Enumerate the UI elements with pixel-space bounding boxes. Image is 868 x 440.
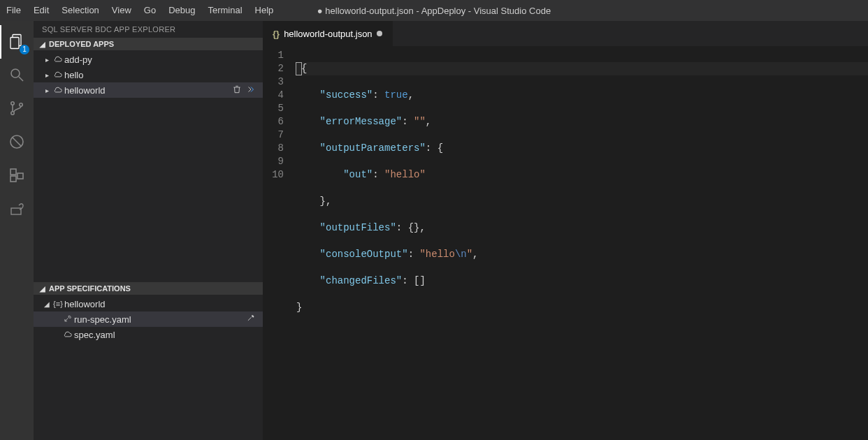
- cloud-icon: [52, 70, 64, 80]
- cloud-icon: [62, 330, 74, 339]
- svg-line-8: [13, 138, 21, 146]
- deployed-app-label: hello: [64, 70, 83, 80]
- activity-extensions[interactable]: [0, 159, 34, 193]
- deployed-app-row[interactable]: ▸ hello: [34, 67, 263, 82]
- chevron-down-icon: ◢: [42, 300, 52, 308]
- activity-scm[interactable]: [0, 92, 34, 126]
- spec-file-label: spec.yaml: [74, 330, 115, 340]
- svg-point-6: [20, 103, 22, 105]
- sidebar-title: SQL SERVER BDC APP EXPLORER: [34, 21, 263, 38]
- svg-rect-9: [10, 169, 16, 175]
- menubar: File Edit Selection View Go Debug Termin…: [0, 0, 868, 21]
- spec-root-row[interactable]: ◢ {≡} helloworld: [34, 296, 263, 311]
- deployed-app-label: add-py: [64, 54, 92, 65]
- section-app-specs[interactable]: ◢ APP SPECIFICATIONS: [34, 282, 263, 295]
- section-deployed-apps[interactable]: ◢ DEPLOYED APPS: [34, 38, 263, 50]
- svg-point-2: [11, 69, 20, 78]
- activity-appdeploy[interactable]: [0, 193, 34, 226]
- sidebar: SQL SERVER BDC APP EXPLORER ◢ DEPLOYED A…: [34, 21, 263, 440]
- chevron-down-icon: ◢: [39, 285, 46, 293]
- rocket-icon: [8, 200, 25, 219]
- explorer-badge: 1: [20, 45, 29, 54]
- activity-search[interactable]: [0, 59, 34, 92]
- svg-rect-11: [17, 173, 23, 179]
- menu-help[interactable]: Help: [249, 0, 280, 21]
- spec-root-label: helloworld: [64, 299, 106, 309]
- spec-file-row[interactable]: spec.yaml: [34, 327, 263, 342]
- svg-rect-10: [10, 176, 16, 182]
- activity-bar: 1: [0, 21, 34, 440]
- window-title-text: helloworld-output.json - AppDeploy - Vis…: [325, 6, 551, 16]
- svg-line-3: [19, 77, 23, 81]
- spec-file-row[interactable]: run-spec.yaml: [34, 311, 263, 327]
- tab-helloworld-output[interactable]: {} helloworld-output.json: [263, 21, 393, 46]
- menu-go[interactable]: Go: [138, 0, 162, 21]
- run-spec-icon[interactable]: [246, 314, 256, 325]
- chevron-right-icon: ▸: [42, 71, 52, 79]
- json-icon: {}: [273, 29, 280, 39]
- tabbar: {} helloworld-output.json: [263, 21, 868, 46]
- branch-icon: [8, 100, 25, 119]
- gutter: 1 2 3 4 5 6 7 8 9 10: [263, 49, 296, 341]
- delete-icon[interactable]: [232, 85, 242, 96]
- section-app-specs-label: APP SPECIFICATIONS: [49, 284, 131, 293]
- run-icon[interactable]: [246, 85, 256, 96]
- svg-point-5: [11, 111, 14, 114]
- deployed-app-label: helloworld: [64, 85, 106, 96]
- extensions-icon: [8, 167, 25, 186]
- menu-file[interactable]: File: [0, 0, 27, 21]
- menu-selection[interactable]: Selection: [55, 0, 105, 21]
- cloud-icon: [52, 85, 64, 95]
- rocket-icon: [62, 314, 74, 324]
- bug-icon: [8, 133, 25, 152]
- menu-terminal[interactable]: Terminal: [201, 0, 248, 21]
- deployed-app-row[interactable]: ▸ helloworld: [34, 82, 263, 98]
- svg-point-4: [11, 101, 14, 104]
- cloud-icon: [52, 54, 64, 64]
- menu-debug[interactable]: Debug: [162, 0, 201, 21]
- chevron-down-icon: ◢: [39, 41, 46, 48]
- svg-rect-1: [10, 37, 19, 48]
- manifest-icon: {≡}: [52, 300, 64, 308]
- search-icon: [8, 66, 25, 85]
- tab-modified-icon: [377, 31, 382, 36]
- tab-label: helloworld-output.json: [284, 29, 372, 39]
- activity-explorer[interactable]: 1: [0, 25, 34, 59]
- editor: {} helloworld-output.json 1 2 3 4 5 6 7 …: [263, 21, 868, 440]
- code-lines: { "success": true, "errorMessage": "", "…: [296, 49, 868, 341]
- menu-view[interactable]: View: [106, 0, 138, 21]
- menubar-menus: File Edit Selection View Go Debug Termin…: [0, 0, 280, 21]
- deployed-app-row[interactable]: ▸ add-py: [34, 52, 263, 67]
- deployed-apps-tree: ▸ add-py ▸ hello ▸: [34, 50, 263, 99]
- section-deployed-apps-label: DEPLOYED APPS: [49, 40, 114, 48]
- modified-dot: ●: [317, 6, 323, 16]
- activity-debug[interactable]: [0, 126, 34, 159]
- spec-file-label: run-spec.yaml: [74, 314, 131, 325]
- app-specs-tree: ◢ {≡} helloworld run-spec.yaml: [34, 295, 263, 440]
- chevron-right-icon: ▸: [42, 56, 52, 64]
- chevron-right-icon: ▸: [42, 87, 52, 94]
- menu-edit[interactable]: Edit: [27, 0, 55, 21]
- code-view[interactable]: 1 2 3 4 5 6 7 8 9 10 { "success": true, …: [263, 46, 868, 341]
